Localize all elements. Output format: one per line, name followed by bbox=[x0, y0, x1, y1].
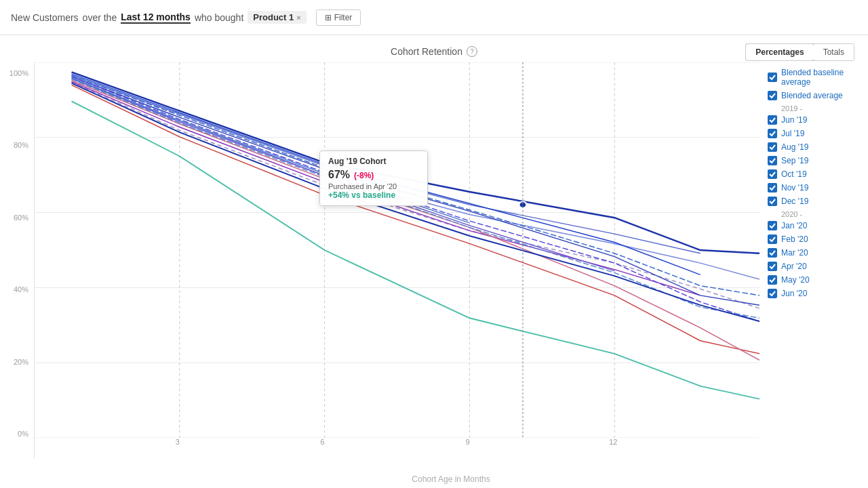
legend-label-oct19: Oct '19 bbox=[781, 169, 807, 179]
y-label-40: 40% bbox=[14, 285, 28, 293]
legend-item-blended-baseline[interactable]: Blended baseline average bbox=[768, 68, 860, 87]
over-the-label: over the bbox=[83, 12, 117, 23]
legend-checkbox-dec19 bbox=[768, 197, 777, 206]
legend-item-jun20[interactable]: Jun '20 bbox=[768, 289, 860, 298]
legend-section-2020: 2020 - bbox=[781, 210, 860, 218]
legend-checkbox-oct19 bbox=[768, 169, 777, 179]
chart-svg bbox=[35, 62, 760, 438]
chart-header: Cohort Retention ? Percentages Totals bbox=[0, 46, 868, 57]
y-axis: 100% 80% 60% 40% 20% 0% bbox=[0, 62, 34, 458]
legend-item-feb20[interactable]: Feb '20 bbox=[768, 235, 860, 244]
x-label-12: 12 bbox=[609, 438, 617, 446]
x-label-3: 3 bbox=[176, 438, 180, 446]
filter-button[interactable]: ⊞ Filter bbox=[316, 9, 361, 26]
legend-item-aug19[interactable]: Aug '19 bbox=[768, 142, 860, 152]
x-label-6: 6 bbox=[321, 438, 325, 446]
legend-checkbox-mar20 bbox=[768, 248, 777, 258]
x-axis-title: Cohort Age in Months bbox=[0, 472, 868, 488]
legend-checkbox-feb20 bbox=[768, 235, 777, 244]
legend-item-jun19[interactable]: Jun '19 bbox=[768, 115, 860, 125]
legend-label-blended-baseline: Blended baseline average bbox=[781, 68, 860, 87]
legend-label-feb20: Feb '20 bbox=[781, 235, 808, 244]
legend-checkbox-sep19 bbox=[768, 156, 777, 165]
legend-label-nov19: Nov '19 bbox=[781, 183, 808, 192]
legend-checkbox-blended-baseline bbox=[768, 73, 777, 82]
legend-section-2019: 2019 - bbox=[781, 104, 860, 113]
legend-checkbox-jun19 bbox=[768, 115, 777, 125]
legend-label-aug19: Aug '19 bbox=[781, 142, 808, 152]
product-tag-close[interactable]: × bbox=[296, 14, 300, 22]
top-bar: New Customers over the Last 12 months wh… bbox=[0, 0, 868, 35]
x-label-9: 9 bbox=[465, 438, 469, 446]
y-label-100: 100% bbox=[9, 69, 28, 77]
legend-checkbox-nov19 bbox=[768, 183, 777, 192]
legend-item-dec19[interactable]: Dec '19 bbox=[768, 197, 860, 206]
legend-checkbox-jan20 bbox=[768, 221, 777, 230]
legend-label-blended-avg: Blended average bbox=[781, 91, 843, 100]
view-toggle: Percentages Totals bbox=[745, 43, 854, 61]
y-label-60: 60% bbox=[14, 214, 28, 222]
legend-item-sep19[interactable]: Sep '19 bbox=[768, 156, 860, 165]
y-label-80: 80% bbox=[14, 141, 28, 149]
timeframe-label[interactable]: Last 12 months bbox=[121, 12, 191, 24]
chart-area: 100% 80% 60% 40% 20% 0% bbox=[0, 62, 868, 485]
legend-item-apr20[interactable]: Apr '20 bbox=[768, 262, 860, 271]
legend-checkbox-jun20 bbox=[768, 289, 777, 298]
legend-item-mar20[interactable]: Mar '20 bbox=[768, 248, 860, 258]
legend-label-jul19: Jul '19 bbox=[781, 129, 804, 138]
legend-checkbox-apr20 bbox=[768, 262, 777, 271]
percentages-button[interactable]: Percentages bbox=[745, 43, 814, 61]
legend-label-mar20: Mar '20 bbox=[781, 248, 808, 258]
y-label-0: 0% bbox=[18, 430, 28, 438]
legend-label-apr20: Apr '20 bbox=[781, 262, 807, 271]
legend-item-jan20[interactable]: Jan '20 bbox=[768, 221, 860, 230]
legend-item-oct19[interactable]: Oct '19 bbox=[768, 169, 860, 179]
legend-item-may20[interactable]: May '20 bbox=[768, 275, 860, 285]
legend-checkbox-aug19 bbox=[768, 142, 777, 152]
legend-label-may20: May '20 bbox=[781, 275, 810, 285]
new-customers-label: New Customers bbox=[11, 12, 79, 23]
chart-title-text: Cohort Retention bbox=[391, 46, 462, 57]
legend-label-jun19: Jun '19 bbox=[781, 115, 807, 125]
filter-label: Filter bbox=[334, 13, 353, 22]
legend-item-nov19[interactable]: Nov '19 bbox=[768, 183, 860, 192]
legend-item-blended-avg[interactable]: Blended average bbox=[768, 91, 860, 100]
legend-checkbox-blended-avg bbox=[768, 91, 777, 100]
legend-checkbox-jul19 bbox=[768, 129, 777, 138]
chart-title-area: Cohort Retention ? bbox=[391, 46, 477, 57]
who-bought-label: who bought bbox=[195, 12, 243, 23]
info-icon[interactable]: ? bbox=[467, 46, 477, 57]
product-tag[interactable]: Product 1 × bbox=[248, 11, 306, 24]
legend-label-jan20: Jan '20 bbox=[781, 221, 807, 230]
legend-label-jun20: Jun '20 bbox=[781, 289, 807, 298]
filter-icon: ⊞ bbox=[325, 13, 332, 22]
legend: Blended baseline average Blended average… bbox=[760, 62, 868, 458]
legend-label-sep19: Sep '19 bbox=[781, 156, 808, 165]
totals-button[interactable]: Totals bbox=[814, 44, 854, 60]
legend-item-jul19[interactable]: Jul '19 bbox=[768, 129, 860, 138]
x-axis: 3 6 9 12 bbox=[35, 438, 760, 458]
chart-canvas: Aug '19 Cohort 67% (-8%) Purchased in Ap… bbox=[34, 62, 760, 458]
legend-label-dec19: Dec '19 bbox=[781, 197, 808, 206]
y-label-20: 20% bbox=[14, 358, 28, 366]
legend-checkbox-may20 bbox=[768, 275, 777, 285]
product-tag-label: Product 1 bbox=[253, 12, 294, 22]
main-content: Cohort Retention ? Percentages Totals 10… bbox=[0, 35, 868, 488]
